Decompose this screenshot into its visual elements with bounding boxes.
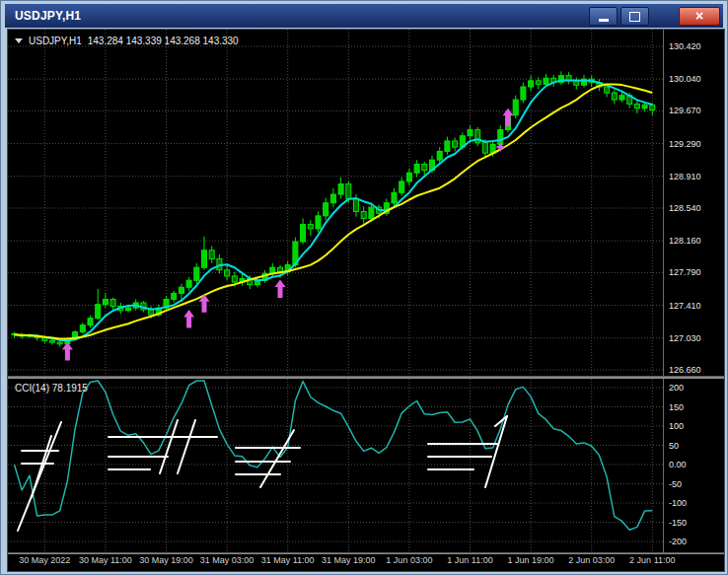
- price-tick-label: 127.410: [669, 301, 722, 311]
- candle-body: [209, 251, 214, 259]
- time-axis-divider: [8, 552, 724, 554]
- terminal-window: USDJPY,H1 × USDJPY,H1 143.284 143.339 14…: [0, 0, 728, 575]
- price-tick-label: 130.420: [669, 41, 722, 51]
- candle-body: [126, 308, 131, 311]
- time-tick-label: 31 May 03:00: [200, 555, 255, 565]
- candle-body: [301, 225, 306, 242]
- buy-arrow: [275, 279, 286, 298]
- candle-body: [605, 87, 610, 93]
- candle-body: [149, 310, 154, 315]
- price-tick-label: 128.540: [669, 203, 722, 213]
- candle-body: [96, 305, 101, 319]
- candle-body: [634, 104, 639, 108]
- price-tick-label: 128.160: [669, 236, 722, 246]
- minimize-button[interactable]: [589, 7, 618, 26]
- candle-body: [194, 267, 199, 280]
- candle-body: [330, 194, 335, 203]
- candle-body: [453, 141, 458, 147]
- cci-tick-label: -50: [669, 479, 722, 489]
- candle-body: [202, 251, 207, 267]
- ma-slow-line: [15, 84, 653, 338]
- candle-body: [544, 78, 548, 84]
- window-title: USDJPY,H1: [15, 9, 81, 23]
- time-tick-label: 30 May 2022: [19, 555, 70, 565]
- time-tick-label: 1 Jun 11:00: [447, 555, 492, 565]
- time-tick-label: 1 Jun 19:00: [508, 555, 554, 565]
- candle-body: [354, 198, 359, 211]
- cci-tick-label: 0.00: [669, 460, 722, 469]
- candle-body: [103, 299, 108, 304]
- candle-body: [80, 325, 85, 332]
- chart-window: USDJPY,H1 143.284 143.339 143.268 143.33…: [7, 29, 725, 572]
- candle-body: [232, 276, 237, 282]
- candle-body: [361, 211, 366, 218]
- candle-body: [172, 293, 177, 299]
- candle-body: [468, 130, 473, 136]
- price-chart-canvas[interactable]: [8, 30, 663, 376]
- cci-indicator-label: CCI(14) 78.1915: [15, 383, 88, 394]
- candle-body: [42, 338, 47, 341]
- close-icon: ×: [695, 9, 703, 23]
- candle-body: [88, 319, 93, 325]
- time-tick-label: 30 May 19:00: [139, 555, 193, 565]
- candle-body: [346, 184, 351, 199]
- time-tick-label: 1 Jun 03:00: [386, 555, 432, 565]
- candle-body: [186, 280, 191, 287]
- price-tick-label: 127.790: [669, 267, 722, 277]
- maximize-icon: [629, 12, 640, 22]
- time-tick-label: 31 May 19:00: [322, 555, 376, 565]
- drawn-annotation-line[interactable]: [485, 416, 507, 487]
- cci-tick-label: 100: [669, 421, 722, 431]
- cci-tick-label: -150: [669, 518, 722, 528]
- candle-body: [650, 105, 655, 109]
- cci-tick-label: 50: [669, 441, 722, 451]
- time-tick-label: 2 Jun 11:00: [629, 555, 675, 565]
- time-tick-label: 2 Jun 03:00: [568, 555, 615, 565]
- minimize-icon: [599, 19, 609, 22]
- candle-body: [521, 87, 526, 100]
- candle-body: [278, 267, 283, 271]
- cci-axis-separator: [663, 379, 664, 552]
- cci-line: [15, 381, 653, 530]
- candle-body: [422, 165, 427, 171]
- price-tick-label: 129.670: [669, 106, 722, 115]
- candle-body: [437, 151, 442, 160]
- candle-body: [612, 93, 617, 100]
- close-button[interactable]: ×: [679, 7, 720, 26]
- candle-body: [536, 81, 541, 84]
- time-tick-label: 31 May 11:00: [261, 555, 315, 565]
- price-tick-label: 126.660: [669, 365, 722, 375]
- buy-arrow: [62, 342, 73, 361]
- title-bar[interactable]: USDJPY,H1 ×: [5, 4, 723, 28]
- candle-body: [338, 184, 343, 194]
- candle-body: [529, 81, 534, 87]
- chart-header: USDJPY,H1 143.284 143.339 143.268 143.33…: [15, 36, 239, 46]
- price-tick-label: 128.910: [669, 172, 722, 181]
- candle-body: [414, 165, 419, 174]
- candle-body: [316, 216, 321, 229]
- drawn-annotation-line[interactable]: [178, 420, 195, 473]
- candle-body: [57, 342, 62, 344]
- drawn-annotation-line[interactable]: [18, 422, 61, 531]
- candle-body: [324, 203, 328, 216]
- candle-body: [225, 270, 230, 276]
- cci-tick-label: 150: [669, 402, 722, 412]
- candle-body: [400, 181, 404, 192]
- cci-tick-label: -200: [669, 537, 722, 546]
- candle-body: [482, 143, 487, 153]
- candle-body: [179, 287, 183, 293]
- symbol-marker-icon: [15, 38, 23, 43]
- candle-body: [619, 96, 624, 100]
- price-tick-label: 130.040: [669, 74, 722, 84]
- cci-indicator-canvas[interactable]: [8, 379, 663, 552]
- candle-body: [445, 141, 450, 151]
- candle-body: [50, 340, 55, 342]
- buy-arrow: [183, 310, 194, 328]
- chart-quote: 143.284 143.339 143.268 143.330: [88, 36, 239, 46]
- cci-tick-label: -100: [669, 498, 722, 508]
- maximize-button[interactable]: [620, 7, 649, 26]
- candle-body: [110, 299, 115, 306]
- candle-body: [574, 81, 579, 85]
- candle-body: [308, 225, 313, 229]
- price-axis-separator: [663, 30, 664, 376]
